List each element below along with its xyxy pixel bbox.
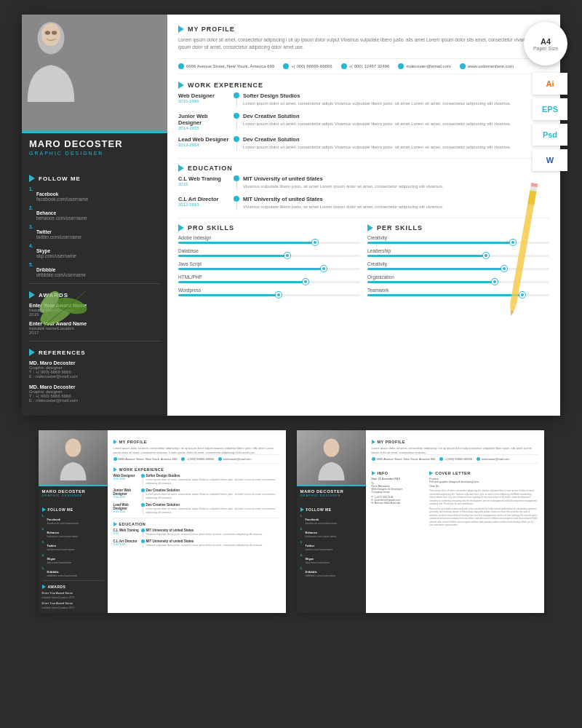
triangle-icon (178, 224, 184, 232)
info-col: INFO Date: 25 December 2019 ToKiron Mans… (372, 467, 426, 527)
skill-dot (303, 279, 308, 285)
skill-fill (178, 294, 279, 296)
leaves-decoration (35, 277, 100, 335)
pro-skills-col: PRO SKILLS Adobe Indesign Database (178, 224, 360, 301)
follow-title-sm-2: FOLLOW ME (300, 507, 362, 512)
contact-bar-sm-2: 6666 Avenue Street, New Yourk, America 6… (372, 454, 538, 464)
icon-sm (218, 457, 222, 461)
triangle-icon (178, 82, 184, 89)
skill-item: Wordpress (178, 288, 360, 296)
position-label: Position:Full time graphic designs & dev… (429, 478, 538, 483)
icon-sm (113, 457, 117, 461)
list-item: 5.Dribbbledribbble.com/username (29, 262, 160, 277)
edu-section: EDUCATION C.L Web Traning 2015 MIT Unive… (178, 165, 549, 210)
photo-area (22, 15, 167, 131)
skill-fill (367, 281, 495, 283)
skill-bar (178, 268, 360, 270)
work-entry-sm: Web Designer 2015-2016 Softer Design Stu… (113, 474, 280, 486)
list-item-sm: 4.Skypeskp.com/username (300, 553, 362, 564)
photo-sm (39, 430, 108, 485)
icon-sm (439, 457, 443, 461)
triangle-sm (113, 522, 117, 526)
info-cover-cols: INFO Date: 25 December 2019 ToKiron Mans… (372, 467, 538, 527)
icon-sm (181, 457, 185, 461)
work-heading: WORK EXPERIENCE (178, 82, 549, 89)
contact-sm: +( 000) 66666-66666 (181, 457, 213, 461)
triangle-sm (42, 507, 46, 512)
triangle-icon (367, 224, 373, 232)
edu-entry-sm: C.L Web Traning 2015 MIT University of u… (113, 529, 280, 537)
work-divider (236, 196, 237, 210)
work-heading-sm: WORK EXPERIENCE (113, 467, 280, 472)
skill-dot (321, 266, 327, 272)
svg-point-3 (52, 31, 57, 35)
triangle-icon (29, 291, 35, 298)
skill-fill (367, 242, 513, 244)
follow-title: FOLLOW ME (29, 175, 160, 182)
list-item-sm: 4.Skypeskp.com/username (42, 553, 104, 564)
skill-item: Java Script (178, 261, 360, 270)
skill-dot (312, 240, 318, 245)
skill-bar (178, 294, 360, 296)
work-entry-1: Web Designer 2015-2016 Softer Design Stu… (178, 92, 549, 107)
award-sub-sm: Instuble name/Location 2015 (42, 596, 104, 599)
bottom-left-card: MARO DECOSTER GRAPHIC DESIGNER FOLLOW ME… (39, 430, 286, 613)
svg-marker-7 (509, 310, 514, 316)
work-div-sm (143, 474, 143, 486)
triangle-sm (113, 440, 117, 444)
location-icon (178, 63, 184, 69)
list-item-sm: 3.Twittertwitter.com/username (300, 540, 362, 551)
divider-sm (113, 518, 280, 518)
edu-entry-sm-2: C.L Art Director 2012-2013 MIT Universit… (113, 539, 280, 547)
contact-website: www.urdomanhere.com (460, 63, 514, 69)
edu-entry-1: C.L Web Traning 2015 MIT University of u… (178, 175, 549, 190)
contact-sm: 6666 Avenue Street, New Yourk, America 6… (113, 457, 178, 461)
title-sm-2: GRAPHIC DESIGNER (300, 494, 362, 497)
to-label: ToKiron MansanesWeb Designer & Developer… (372, 482, 426, 494)
work-div-sm (143, 488, 143, 500)
left-section-sm: FOLLOW ME 1.Facebookfacebook.com/usernam… (39, 500, 108, 613)
resume-right-content: MY PROFILE Lorem ipsum dolor sit amet, c… (167, 15, 560, 416)
date-label: Date: 25 December 2019 (372, 478, 426, 480)
right-content-sm: MY PROFILE Lorem ipsum dolor sit amet, c… (108, 430, 286, 613)
list-item-sm: 1.Facebookfacebook.com/username (300, 514, 362, 525)
bottom-row: MARO DECOSTER GRAPHIC DESIGNER FOLLOW ME… (15, 430, 567, 613)
format-badges: Ai EPS Psd W (533, 73, 567, 171)
skill-dot (492, 279, 498, 285)
profile-text: Lorem ipsum dolor sit amet, consectetur … (178, 36, 549, 51)
title-sm: GRAPHIC DESIGNER (42, 494, 104, 497)
triangle-sm (42, 585, 46, 589)
follow-title-sm: FOLLOW ME (42, 507, 104, 512)
svg-point-2 (45, 31, 50, 35)
skill-dot (483, 253, 489, 258)
profile-text-sm-2: Lorem ipsum dolor sit amet, consectetur … (372, 446, 538, 454)
format-badge-psd: Psd (533, 124, 567, 146)
work-section: WORK EXPERIENCE Web Designer 2015-2016 S… (178, 82, 549, 151)
photo-sm-2 (297, 430, 366, 485)
contact-email: mdecoster@email.com (398, 63, 450, 69)
skill-dot (501, 266, 507, 272)
edu-right: MIT University of united States Vivamus … (243, 196, 549, 210)
name-bar-sm-2: MARO DECOSTER GRAPHIC DESIGNER (297, 485, 366, 500)
cover-heading: COVER LETTER (429, 471, 538, 475)
list-item: 1.Facebookfacebook.com/username (29, 186, 160, 202)
work-right: Dev Creative Solution Lorem ipsum dolor … (243, 136, 549, 151)
phone-icon (283, 63, 289, 69)
page-wrapper: MARO DECOSTER GRAPHIC DESIGNER FOLLOW ME… (0, 0, 582, 628)
triangle-sm (429, 471, 433, 475)
profile-heading-sm-2: MY PROFILE (372, 440, 538, 444)
list-item: 2.Behancebehance.com/username (29, 205, 160, 221)
profile-heading: MY PROFILE (178, 25, 549, 33)
a4-text: A4 (541, 37, 551, 46)
triangle-icon (178, 25, 184, 33)
contact-sm: mdecoster@mail.com (218, 457, 252, 461)
work-left: Lead Web Designer 2013-2014 (178, 136, 236, 151)
triangle-icon (29, 349, 35, 356)
triangle-sm (300, 507, 304, 512)
resume-name: MARO DECOSTER (29, 139, 160, 149)
skill-bar (178, 255, 360, 257)
svg-rect-5 (527, 190, 536, 205)
skills-row: PRO SKILLS Adobe Indesign Database (178, 224, 549, 301)
info-heading: INFO (372, 471, 426, 475)
work-div-sm (143, 529, 143, 537)
